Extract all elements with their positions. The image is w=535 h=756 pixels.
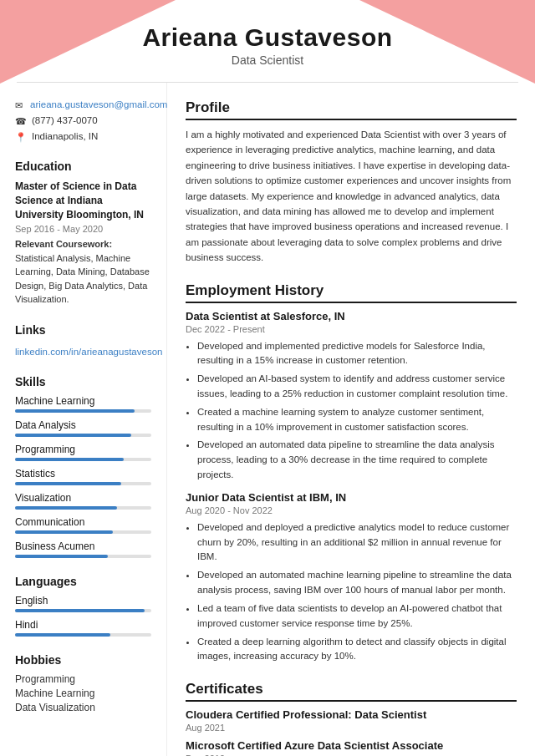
lang-bar-bg bbox=[15, 633, 151, 637]
skill-bar-fill bbox=[15, 530, 113, 534]
hobby-item: Machine Learning bbox=[15, 688, 151, 699]
job-bullet: Developed an automated machine learning … bbox=[197, 568, 517, 598]
education-title: Education bbox=[15, 160, 151, 173]
skill-bar-fill bbox=[15, 482, 121, 485]
cert-entry: Microsoft Certified Azure Data Scientist… bbox=[186, 739, 517, 756]
certificates-section: Certificates Cloudera Certified Professi… bbox=[186, 681, 517, 756]
skill-bar-bg bbox=[15, 482, 151, 485]
skill-label: Visualization bbox=[15, 492, 151, 504]
skill-label: Business Acumen bbox=[15, 540, 151, 552]
hobby-item: Data Visualization bbox=[15, 702, 151, 713]
employment-section: Employment History Data Scientist at Sal… bbox=[186, 282, 517, 665]
skills-list: Machine Learning Data Analysis Programmi… bbox=[15, 395, 151, 558]
header: Arieana Gustaveson Data Scientist bbox=[0, 0, 535, 82]
job-bullet: Developed an automated data pipeline to … bbox=[197, 438, 517, 482]
hobbies-list: ProgrammingMachine LearningData Visualiz… bbox=[15, 673, 151, 713]
edu-coursework: Relevant Coursework: Statistical Analysi… bbox=[15, 237, 151, 307]
education-section: Education Master of Science in Data Scie… bbox=[15, 160, 151, 307]
email-contact: ✉ arieana.gustaveson@gmail.com bbox=[15, 99, 151, 111]
jobs-list: Data Scientist at Salesforce, IN Dec 202… bbox=[186, 310, 517, 665]
left-column: ✉ arieana.gustaveson@gmail.com ☎ (877) 4… bbox=[0, 83, 167, 756]
lang-bar-bg bbox=[15, 609, 151, 612]
phone-text: (877) 437-0070 bbox=[32, 115, 98, 125]
lang-bar-fill bbox=[15, 609, 145, 612]
profile-section: Profile I am a highly motivated and expe… bbox=[186, 99, 517, 266]
skill-bar-fill bbox=[15, 458, 124, 461]
skill-label: Machine Learning bbox=[15, 395, 151, 407]
coursework-label: Relevant Coursework: bbox=[15, 239, 112, 249]
candidate-title: Data Scientist bbox=[17, 53, 518, 67]
job-entry: Data Scientist at Salesforce, IN Dec 202… bbox=[186, 310, 517, 483]
skill-bar-bg bbox=[15, 458, 151, 461]
phone-icon: ☎ bbox=[15, 116, 27, 127]
skill-item: Programming bbox=[15, 444, 151, 461]
skill-bar-fill bbox=[15, 555, 108, 558]
candidate-name: Arieana Gustaveson bbox=[17, 23, 518, 52]
location-icon: 📍 bbox=[15, 132, 27, 143]
skill-bar-fill bbox=[15, 409, 135, 413]
skill-item: Communication bbox=[15, 516, 151, 534]
skill-bar-bg bbox=[15, 555, 151, 558]
lang-bar-fill bbox=[15, 633, 110, 637]
skill-item: Data Analysis bbox=[15, 419, 151, 437]
cert-entry: Cloudera Certified Professional: Data Sc… bbox=[186, 708, 517, 733]
lang-label: Hindi bbox=[15, 619, 151, 631]
skill-bar-bg bbox=[15, 530, 151, 534]
hobbies-section: Hobbies ProgrammingMachine LearningData … bbox=[15, 653, 151, 713]
right-column: Profile I am a highly motivated and expe… bbox=[167, 83, 535, 756]
languages-section: Languages English Hindi bbox=[15, 575, 151, 637]
links-section: Links linkedin.com/in/arieanagustaveson bbox=[15, 323, 151, 358]
job-bullet: Led a team of five data scientists to de… bbox=[197, 601, 517, 632]
languages-list: English Hindi bbox=[15, 595, 151, 637]
job-bullets: Developed and deployed a predictive anal… bbox=[186, 520, 517, 664]
skill-item: Visualization bbox=[15, 492, 151, 510]
email-icon: ✉ bbox=[15, 100, 25, 111]
edu-dates: Sep 2016 - May 2020 bbox=[15, 224, 151, 234]
profile-text: I am a highly motivated and experienced … bbox=[186, 127, 517, 266]
job-date: Dec 2022 - Present bbox=[186, 324, 517, 334]
profile-title: Profile bbox=[186, 99, 517, 120]
job-bullets: Developed and implemented predictive mod… bbox=[186, 339, 517, 483]
language-item: English bbox=[15, 595, 151, 612]
skills-title: Skills bbox=[15, 375, 151, 388]
skill-label: Programming bbox=[15, 444, 151, 455]
skill-label: Statistics bbox=[15, 468, 151, 479]
main-layout: ✉ arieana.gustaveson@gmail.com ☎ (877) 4… bbox=[0, 83, 535, 756]
job-title: Junior Data Scientist at IBM, IN bbox=[186, 491, 517, 504]
language-item: Hindi bbox=[15, 619, 151, 637]
linkedin-link[interactable]: linkedin.com/in/arieanagustaveson bbox=[15, 347, 162, 357]
job-bullet: Created a deep learning algorithm to det… bbox=[197, 635, 517, 665]
phone-contact: ☎ (877) 437-0070 bbox=[15, 115, 151, 127]
location-contact: 📍 Indianapolis, IN bbox=[15, 131, 151, 143]
lang-label: English bbox=[15, 595, 151, 606]
job-bullet: Created a machine learning system to ana… bbox=[197, 405, 517, 435]
links-title: Links bbox=[15, 323, 151, 337]
hobbies-title: Hobbies bbox=[15, 653, 151, 667]
job-bullet: Developed and implemented predictive mod… bbox=[197, 339, 517, 369]
job-title: Data Scientist at Salesforce, IN bbox=[186, 310, 517, 322]
certs-list: Cloudera Certified Professional: Data Sc… bbox=[186, 708, 517, 756]
skill-bar-bg bbox=[15, 434, 151, 437]
location-text: Indianapolis, IN bbox=[32, 131, 98, 141]
languages-title: Languages bbox=[15, 575, 151, 588]
job-entry: Junior Data Scientist at IBM, IN Aug 202… bbox=[186, 491, 517, 664]
skills-section: Skills Machine Learning Data Analysis Pr… bbox=[15, 375, 151, 558]
certificates-title: Certificates bbox=[186, 681, 517, 702]
job-bullet: Developed an AI-based system to identify… bbox=[197, 372, 517, 402]
cert-name: Cloudera Certified Professional: Data Sc… bbox=[186, 708, 517, 721]
employment-title: Employment History bbox=[186, 282, 517, 303]
skill-label: Data Analysis bbox=[15, 419, 151, 431]
job-date: Aug 2020 - Nov 2022 bbox=[186, 505, 517, 515]
cert-name: Microsoft Certified Azure Data Scientist… bbox=[186, 739, 517, 752]
coursework-text: Statistical Analysis, Machine Learning, … bbox=[15, 253, 150, 305]
skill-bar-bg bbox=[15, 409, 151, 413]
edu-degree: Master of Science in Data Science at Ind… bbox=[15, 180, 151, 221]
skill-bar-fill bbox=[15, 434, 131, 437]
email-link[interactable]: arieana.gustaveson@gmail.com bbox=[30, 99, 167, 109]
job-bullet: Developed and deployed a predictive anal… bbox=[197, 520, 517, 565]
skill-item: Statistics bbox=[15, 468, 151, 485]
skill-bar-bg bbox=[15, 506, 151, 510]
hobby-item: Programming bbox=[15, 673, 151, 685]
skill-bar-fill bbox=[15, 506, 117, 510]
skill-item: Business Acumen bbox=[15, 540, 151, 558]
